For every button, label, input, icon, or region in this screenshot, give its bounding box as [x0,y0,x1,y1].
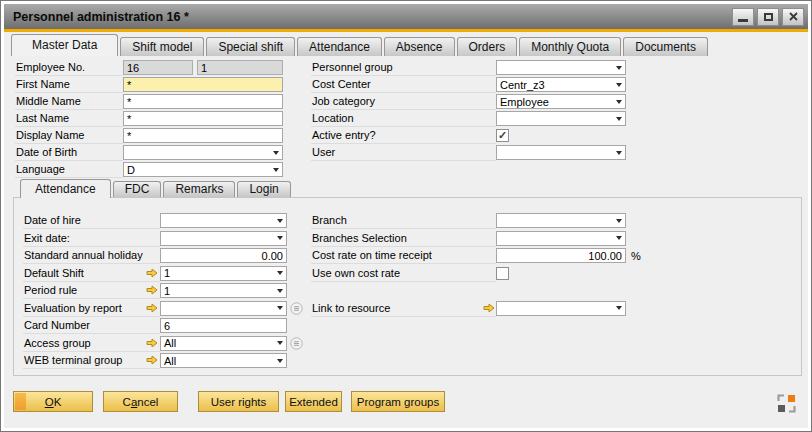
minimize-button[interactable] [732,8,754,26]
dropdown-arrow-icon[interactable] [616,117,622,121]
card-number-field[interactable]: 6 [160,318,287,333]
tab-absence[interactable]: Absence [384,37,455,56]
default-shift-link[interactable] [146,265,160,282]
evaluation-by-report-row: Evaluation by report [23,300,313,317]
resize-grip-button[interactable] [777,394,796,413]
use-own-cost-rate-checkbox[interactable] [496,267,509,280]
active-entry-row: Active entry? ✓ [311,127,629,144]
personnel-group-combo[interactable] [496,60,626,75]
tab-master-data[interactable]: Master Data [11,34,118,56]
web-terminal-group-link[interactable] [146,352,160,369]
maximize-button[interactable] [757,8,779,26]
access-group-label: Access group [23,335,146,352]
window-controls [729,8,804,26]
display-name-label: Display Name [15,127,123,144]
user-rights-button[interactable]: User rights [198,391,279,412]
employee-no-field-1[interactable]: 16 [123,60,193,75]
display-name-field[interactable]: * [123,128,283,143]
dropdown-arrow-icon[interactable] [616,306,622,310]
evaluation-by-report-combo[interactable] [160,301,287,316]
last-name-label: Last Name [15,110,123,127]
exit-date-combo[interactable] [160,231,287,246]
link-to-resource-combo[interactable] [496,301,626,316]
date-of-hire-combo[interactable] [160,213,287,228]
period-rule-label: Period rule [23,282,146,299]
middle-name-field[interactable]: * [123,94,283,109]
access-group-detail-button[interactable] [290,337,303,350]
tab-shift-model[interactable]: Shift model [120,37,204,56]
dropdown-arrow-icon[interactable] [273,151,279,155]
employee-no-field-2[interactable]: 1 [197,60,283,75]
date-of-birth-combo[interactable] [123,145,283,160]
tab-monthly-quota[interactable]: Monthly Quota [519,37,621,56]
web-terminal-group-combo[interactable]: All [160,353,287,368]
access-group-link[interactable] [146,335,160,352]
middle-name-row: Middle Name * [15,93,283,110]
detail-circle-icon [290,302,303,315]
language-combo[interactable]: D [123,162,283,177]
cost-rate-field[interactable]: 100.00 [496,248,626,263]
dropdown-arrow-icon[interactable] [616,66,622,70]
subtab-fdc[interactable]: FDC [113,181,162,197]
dropdown-arrow-icon[interactable] [616,236,622,240]
period-rule-link[interactable] [146,282,160,299]
cost-rate-row: Cost rate on time receipt 100.00 % [311,247,651,264]
ok-button-label: OK [45,396,62,408]
tab-special-shift[interactable]: Special shift [206,37,295,56]
link-to-resource-link[interactable] [483,300,496,317]
evaluation-detail-button[interactable] [290,302,303,315]
cost-center-combo[interactable]: Centr_z3 [496,77,626,92]
dropdown-arrow-icon[interactable] [616,151,622,155]
program-groups-button[interactable]: Program groups [351,391,445,412]
default-shift-combo[interactable]: 1 [160,266,287,281]
tab-orders[interactable]: Orders [457,37,518,56]
first-name-field[interactable]: * [123,77,283,92]
last-name-field[interactable]: * [123,111,283,126]
tab-attendance[interactable]: Attendance [297,37,382,56]
branches-selection-combo[interactable] [496,231,626,246]
standard-annual-holiday-label: Standard annual holiday [23,247,146,264]
extended-button[interactable]: Extended [285,391,342,412]
language-value: D [127,164,135,176]
tab-documents[interactable]: Documents [623,37,708,56]
close-button[interactable] [782,8,804,26]
period-rule-combo[interactable]: 1 [160,283,287,298]
active-entry-checkbox[interactable]: ✓ [496,129,509,142]
branch-combo[interactable] [496,213,626,228]
dropdown-arrow-icon[interactable] [277,341,283,345]
subtab-attendance[interactable]: Attendance [20,179,111,198]
link-arrow-icon [483,303,495,313]
dropdown-arrow-icon[interactable] [277,306,283,310]
user-combo[interactable] [496,145,626,160]
standard-annual-holiday-field[interactable]: 0.00 [160,248,287,263]
subtab-login[interactable]: Login [237,181,290,197]
dropdown-arrow-icon[interactable] [277,289,283,293]
personnel-group-row: Personnel group [311,59,629,76]
date-of-birth-label: Date of Birth [15,144,123,161]
form-area: Master Data Shift model Special shift At… [4,32,808,428]
dropdown-arrow-icon[interactable] [616,100,622,104]
dropdown-arrow-icon[interactable] [273,168,279,172]
job-category-combo[interactable]: Employee [496,94,626,109]
link-arrow-icon [146,355,158,365]
arrow-slot [483,230,496,247]
subtab-remarks[interactable]: Remarks [163,181,235,197]
middle-name-label: Middle Name [15,93,123,110]
location-combo[interactable] [496,111,626,126]
evaluation-by-report-link[interactable] [146,300,160,317]
dropdown-arrow-icon[interactable] [277,236,283,240]
dropdown-arrow-icon[interactable] [277,271,283,275]
link-arrow-icon [146,338,158,348]
detail-circle-icon [290,337,303,350]
location-row: Location [311,110,629,127]
dropdown-arrow-icon[interactable] [277,359,283,363]
ok-button[interactable]: OK [13,391,93,412]
link-to-resource-row: Link to resource [311,300,629,317]
language-label: Language [15,161,123,178]
dropdown-arrow-icon[interactable] [616,83,622,87]
dropdown-arrow-icon[interactable] [277,219,283,223]
access-group-combo[interactable]: All [160,336,287,351]
cancel-button[interactable]: Cancel [103,391,178,412]
job-category-value: Employee [500,96,549,108]
dropdown-arrow-icon[interactable] [616,219,622,223]
